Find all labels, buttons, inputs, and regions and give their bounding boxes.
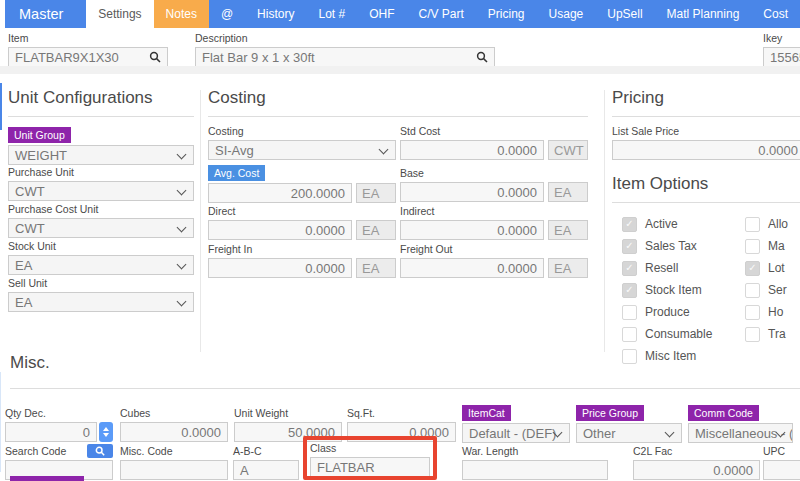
- tab-at[interactable]: @: [209, 0, 245, 28]
- unit-group-badge: Unit Group: [8, 127, 71, 143]
- checkbox-sales-tax[interactable]: ✓ Sales Tax: [622, 235, 712, 257]
- qty-dec-label: Qty Dec.: [5, 407, 113, 419]
- checkbox-misc-item[interactable]: Misc Item: [622, 345, 712, 367]
- direct-unit: EA: [356, 220, 396, 240]
- checkbox-icon[interactable]: [622, 327, 637, 342]
- search-icon[interactable]: [149, 51, 161, 63]
- checkbox-icon[interactable]: ✓: [622, 239, 637, 254]
- description-input[interactable]: Flat Bar 9 x 1 x 30ft: [195, 47, 495, 67]
- chevron-down-icon: [177, 297, 187, 307]
- purchase-cost-unit-label: Purchase Cost Unit: [8, 203, 194, 215]
- freight-in-unit: EA: [356, 258, 396, 278]
- checkbox-icon[interactable]: [745, 239, 760, 254]
- section-divider: [0, 66, 800, 74]
- upc-input[interactable]: [763, 460, 800, 480]
- item-options-left-column: ✓ Active ✓ Sales Tax ✓ Resell ✓ Stock It…: [622, 213, 712, 367]
- checkbox-icon[interactable]: ✓: [622, 217, 637, 232]
- checkbox-icon[interactable]: [745, 217, 760, 232]
- checkbox-icon[interactable]: [745, 327, 760, 342]
- list-sale-price-input[interactable]: 0.0000: [612, 140, 800, 160]
- itemcat-select[interactable]: Default - (DEF): [462, 423, 570, 443]
- checkbox-resell[interactable]: ✓ Resell: [622, 257, 712, 279]
- freight-in-input[interactable]: 0.0000: [208, 258, 352, 278]
- avg-cost-input[interactable]: 200.0000: [208, 183, 352, 203]
- checkbox-tra[interactable]: Tra: [745, 323, 800, 345]
- tab-history[interactable]: History: [245, 0, 306, 28]
- tab-upsell[interactable]: UpSell: [595, 0, 654, 28]
- purchase-cost-unit-select[interactable]: CWT: [8, 218, 194, 238]
- base-input[interactable]: 0.0000: [400, 182, 544, 202]
- tab-lot[interactable]: Lot #: [306, 0, 357, 28]
- chevron-up-icon: [103, 427, 109, 431]
- checkbox-icon[interactable]: [622, 349, 637, 364]
- tab-cv-part[interactable]: C/V Part: [407, 0, 476, 28]
- column-divider: [200, 90, 201, 352]
- item-options-right-column: Allo Ma ✓ Lot Ser Ho Tra: [745, 213, 800, 345]
- cubes-input[interactable]: 0.0000: [120, 422, 228, 442]
- checkbox-ser[interactable]: Ser: [745, 279, 800, 301]
- unit-group-select[interactable]: WEIGHT: [8, 145, 194, 165]
- indirect-input[interactable]: 0.0000: [400, 220, 544, 240]
- checkbox-icon[interactable]: [745, 283, 760, 298]
- check-icon: ✓: [625, 285, 633, 295]
- chevron-down-icon: [177, 186, 187, 196]
- tab-notes[interactable]: Notes: [154, 0, 209, 28]
- stock-unit-select[interactable]: EA: [8, 255, 194, 275]
- item-code-input[interactable]: FLATBAR9X1X30: [8, 47, 168, 67]
- purchase-unit-select[interactable]: CWT: [8, 181, 194, 201]
- checkbox-allo[interactable]: Allo: [745, 213, 800, 235]
- checkbox-consumable[interactable]: Consumable: [622, 323, 712, 345]
- checkbox-icon[interactable]: [745, 305, 760, 320]
- checkbox-produce[interactable]: Produce: [622, 301, 712, 323]
- checkbox-ma[interactable]: Ma: [745, 235, 800, 257]
- item-label: Item: [8, 32, 168, 44]
- unit-weight-input[interactable]: 50.0000: [234, 422, 342, 442]
- tab-cost[interactable]: Cost: [751, 0, 800, 28]
- search-icon[interactable]: [476, 51, 488, 63]
- class-input[interactable]: FLATBAR: [310, 457, 430, 477]
- quantity-stepper[interactable]: [99, 422, 113, 442]
- checkbox-stock-item[interactable]: ✓ Stock Item: [622, 279, 712, 301]
- misc-code-input[interactable]: [120, 460, 228, 480]
- costing-method-select[interactable]: SI-Avg: [208, 140, 396, 160]
- price-group-select[interactable]: Other: [576, 423, 682, 443]
- freight-out-input[interactable]: 0.0000: [400, 258, 544, 278]
- checkbox-ho[interactable]: Ho: [745, 301, 800, 323]
- checkbox-active[interactable]: ✓ Active: [622, 213, 712, 235]
- direct-label: Direct: [208, 205, 396, 217]
- avg-cost-badge: Avg. Cost: [208, 165, 265, 181]
- description-label: Description: [195, 32, 495, 44]
- sell-unit-select[interactable]: EA: [8, 292, 194, 312]
- check-icon: ✓: [748, 263, 756, 273]
- sqft-input[interactable]: 0.0000: [347, 422, 456, 442]
- indirect-unit: EA: [548, 220, 588, 240]
- tab-matl-planning[interactable]: Matl Planning: [655, 0, 752, 28]
- cubes-label: Cubes: [120, 407, 228, 419]
- freight-out-label: Freight Out: [400, 243, 588, 255]
- checkbox-icon[interactable]: ✓: [622, 283, 637, 298]
- search-code-button[interactable]: [87, 444, 113, 458]
- chevron-down-icon: [379, 145, 389, 155]
- qty-dec-input[interactable]: 0: [5, 422, 97, 442]
- checkbox-icon[interactable]: [622, 305, 637, 320]
- abc-label: A-B-C: [233, 445, 299, 457]
- ikey-input[interactable]: 155658: [763, 47, 800, 67]
- tab-pricing[interactable]: Pricing: [476, 0, 537, 28]
- direct-input[interactable]: 0.0000: [208, 220, 352, 240]
- war-length-input[interactable]: [462, 460, 608, 480]
- checkbox-icon[interactable]: ✓: [745, 261, 760, 276]
- checkbox-icon[interactable]: ✓: [622, 261, 637, 276]
- c2l-fac-input[interactable]: 0.0000: [633, 460, 760, 480]
- costing-method-label: Costing: [208, 125, 396, 137]
- tab-usage[interactable]: Usage: [537, 0, 596, 28]
- checkbox-lot[interactable]: ✓ Lot: [745, 257, 800, 279]
- tab-ohf[interactable]: OHF: [357, 0, 406, 28]
- chevron-down-icon: [177, 223, 187, 233]
- misc-code-label: Misc. Code: [120, 445, 228, 457]
- section-title-pricing: Pricing: [612, 88, 800, 117]
- tab-settings[interactable]: Settings: [86, 0, 153, 28]
- section-divider: [10, 388, 800, 389]
- abc-input[interactable]: A: [233, 460, 299, 480]
- comm-code-select[interactable]: Miscellaneous - (Mi: [688, 423, 793, 443]
- std-cost-input[interactable]: 0.0000: [400, 140, 544, 160]
